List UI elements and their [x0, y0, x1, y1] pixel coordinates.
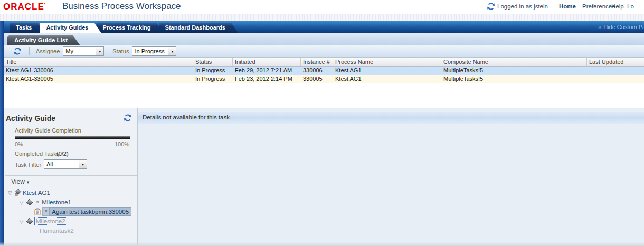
chevron-down-icon: ▾: [27, 179, 30, 185]
cell-instance: 330005: [301, 75, 333, 83]
status-flag: *: [36, 200, 39, 206]
task-clipboard-icon: [34, 208, 41, 215]
refresh-icon[interactable]: [487, 2, 495, 11]
completion-progress-bar: [15, 136, 130, 139]
tree-node-activity-guide[interactable]: ▽ Ktest AG1: [4, 188, 138, 197]
task-filter-label: Task Filter: [15, 162, 41, 168]
tab-activity-guides[interactable]: Activity Guides: [40, 23, 101, 33]
username: jstein: [534, 3, 548, 10]
chevron-down-icon[interactable]: ▼: [79, 160, 87, 168]
view-menu-button[interactable]: View▾: [11, 178, 29, 185]
double-chevron-icon: »: [598, 24, 601, 30]
column-header-instance[interactable]: Instance #: [301, 58, 333, 66]
table-header-row: Title Status Initiated Instance # Proces…: [4, 58, 644, 67]
column-header-composite-name[interactable]: Composite Name: [441, 58, 587, 66]
column-header-initiated[interactable]: Initiated: [233, 58, 301, 66]
chevron-down-icon[interactable]: ▼: [96, 47, 103, 55]
tree-node-label[interactable]: Milestone2: [34, 217, 67, 225]
activity-guide-tree: ▽ Ktest AG1 ▽ * Milestone1: [4, 188, 138, 235]
cell-title: Ktest AG1-330006: [4, 67, 193, 75]
status-dropdown[interactable]: In Progress ▼: [132, 46, 176, 56]
progress-min-label: 0%: [15, 141, 23, 147]
status-label: Status: [112, 48, 129, 54]
activity-guide-list-panel-header: Activity Guide List: [4, 33, 644, 45]
tree-toolbar: View▾: [5, 176, 137, 187]
tree-node-label-selected[interactable]: Again test taskbpmn:330005: [49, 207, 131, 216]
hide-custom-page-link[interactable]: »Hide Custom Page: [598, 24, 644, 30]
toolbar-separator: [40, 177, 40, 187]
activity-guide-panel: Activity Guide Activity Guide Completion…: [4, 108, 138, 246]
preferences-link[interactable]: Preferences: [582, 3, 615, 10]
details-message: Details not available for this task.: [143, 114, 231, 120]
cell-initiated: Feb 23, 2012 2:14 PM: [233, 75, 301, 83]
column-header-last-updated[interactable]: Last Updated: [587, 58, 644, 66]
bottom-split-area: Activity Guide Activity Guide Completion…: [0, 108, 644, 246]
activity-guide-heading: Activity Guide: [6, 114, 55, 122]
cell-status: In Progress: [193, 75, 233, 83]
cell-composite-name: MultipleTasks!5: [441, 75, 587, 83]
progress-max-label: 100%: [115, 141, 129, 147]
details-message-band: Details not available for this task.: [138, 112, 644, 124]
toolbar-separator: [29, 47, 30, 55]
milestone-icon: [26, 198, 33, 206]
column-header-status[interactable]: Status: [193, 58, 233, 66]
top-header: ORACLE' Business Process Workspace Logge…: [0, 0, 644, 14]
table-row[interactable]: Ktest AG1-330005 In Progress Feb 23, 201…: [4, 75, 644, 83]
completed-tasks-label: Completed Tasks: [15, 150, 59, 157]
chevron-down-icon[interactable]: ▼: [168, 47, 176, 55]
logged-in-as: Logged in as jstein: [497, 3, 548, 10]
tree-node-label[interactable]: Humantask2: [40, 228, 74, 234]
logout-link[interactable]: Logout: [627, 3, 634, 10]
assignee-label: Assignee: [36, 48, 60, 54]
tab-standard-dashboards[interactable]: Standard Dashboards: [159, 23, 238, 33]
oracle-logo: ORACLE': [3, 2, 46, 12]
activity-guide-list-tab[interactable]: Activity Guide List: [7, 35, 80, 45]
bottom-edge-gradient: [0, 242, 644, 246]
table-row[interactable]: Ktest AG1-330006 In Progress Feb 29, 201…: [4, 67, 644, 75]
refresh-icon[interactable]: [124, 113, 132, 122]
cell-process-name: Ktest AG1: [333, 67, 441, 75]
home-link[interactable]: Home: [559, 3, 576, 10]
tree-node-task[interactable]: Humantask2: [4, 226, 138, 235]
completion-label: Activity Guide Completion: [15, 127, 81, 134]
expand-triangle-icon[interactable]: ▽: [18, 219, 25, 224]
cell-status: In Progress: [193, 67, 233, 75]
tree-node-task[interactable]: * Again test taskbpmn:330005: [4, 207, 138, 216]
decorative-strip: [0, 14, 644, 21]
bpm-workspace-window: ORACLE' Business Process Workspace Logge…: [0, 0, 644, 246]
task-filter-dropdown[interactable]: All ▼: [44, 159, 87, 169]
tree-node-milestone[interactable]: ▽ * Milestone1: [4, 197, 138, 207]
app-title: Business Process Workspace: [62, 1, 181, 12]
milestone-icon: [26, 217, 33, 225]
column-header-title[interactable]: Title: [4, 58, 193, 66]
cell-last-updated: [587, 67, 644, 75]
activity-guide-table: Title Status Initiated Instance # Proces…: [4, 57, 644, 107]
filter-toolbar: Assignee My ▼ Status In Progress ▼: [4, 45, 644, 57]
column-header-process-name[interactable]: Process Name: [333, 58, 441, 66]
cell-composite-name: MultipleTasks!5: [441, 67, 587, 75]
cell-instance: 330006: [301, 67, 333, 75]
help-link[interactable]: Help: [611, 3, 624, 10]
cell-initiated: Feb 29, 2012 7:21 AM: [233, 67, 301, 75]
tab-tasks[interactable]: Tasks: [10, 23, 44, 33]
completed-tasks-value: (0/2): [56, 150, 69, 157]
cell-title: Ktest AG1-330005: [4, 75, 193, 83]
tree-node-label[interactable]: Milestone1: [42, 199, 71, 205]
cell-process-name: Ktest AG1: [333, 75, 441, 83]
status-flag: *: [42, 207, 49, 216]
assignee-dropdown[interactable]: My ▼: [63, 46, 104, 56]
task-details-panel: Details not available for this task.: [138, 108, 644, 246]
tree-node-milestone[interactable]: ▽ Milestone2: [4, 216, 138, 226]
activity-guide-icon: [14, 189, 22, 196]
expand-triangle-icon[interactable]: ▽: [6, 190, 13, 196]
cell-last-updated: [587, 75, 644, 83]
expand-triangle-icon[interactable]: ▽: [18, 200, 25, 205]
tree-node-label[interactable]: Ktest AG1: [23, 190, 50, 196]
tab-process-tracking[interactable]: Process Tracking: [96, 23, 163, 33]
refresh-icon[interactable]: [13, 47, 22, 55]
main-tab-bar: Tasks Activity Guides Process Tracking S…: [0, 21, 644, 33]
